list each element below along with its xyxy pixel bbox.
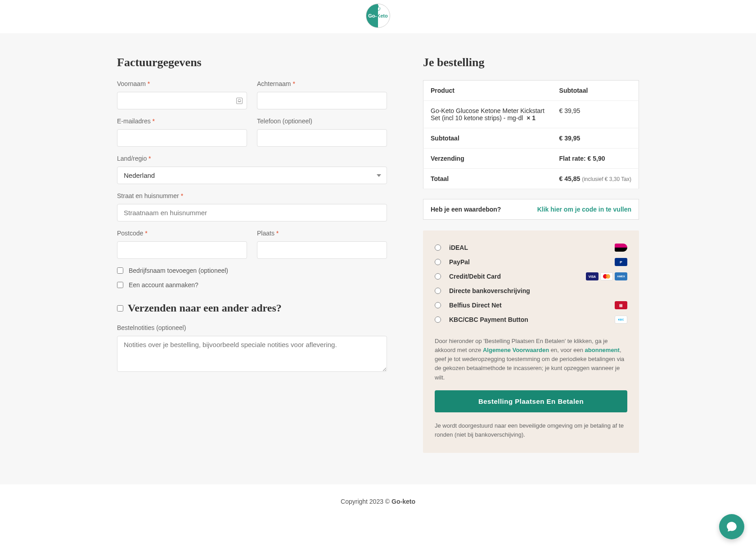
shipping-label: Verzending	[423, 149, 552, 169]
street-label: Straat en huisnummer *	[117, 192, 387, 199]
coupon-question: Heb je een waardebon?	[431, 206, 501, 213]
payment-option-card[interactable]: Credit/Debit Card VISA AMEX	[435, 269, 627, 284]
subtotal-value: € 39,95	[552, 128, 639, 149]
place-order-button[interactable]: Bestelling Plaatsen En Betalen	[435, 390, 627, 412]
payment-option-paypal[interactable]: PayPal P	[435, 255, 627, 269]
payment-option-banktransfer[interactable]: Directe bankoverschrijving	[435, 284, 627, 298]
power-icon	[376, 6, 380, 11]
order-title: Je bestelling	[423, 56, 639, 69]
payment-option-ideal[interactable]: iDEAL	[435, 240, 627, 255]
amex-icon: AMEX	[615, 272, 627, 280]
postcode-input[interactable]	[117, 241, 247, 259]
coupon-link[interactable]: Klik hier om je code in te vullen	[537, 206, 631, 213]
payment-option-belfius[interactable]: Belfius Direct Net ▤	[435, 298, 627, 312]
redirect-note: Je wordt doorgestuurd naar een beveiligd…	[435, 421, 627, 439]
ship-different-heading: Verzenden naar een ander adres?	[128, 302, 282, 314]
radio-kbc[interactable]	[435, 316, 441, 323]
total-value: € 45,85 (inclusief € 3,30 Tax)	[552, 169, 639, 189]
paypal-icon: P	[615, 258, 627, 266]
create-account-label: Een account aanmaken?	[129, 281, 198, 289]
email-input[interactable]	[117, 129, 247, 147]
radio-card[interactable]	[435, 273, 441, 280]
th-subtotal: Subtotaal	[552, 81, 639, 101]
order-item-name: Go-Keto Glucose Ketone Meter Kickstart S…	[423, 101, 552, 128]
belfius-icon: ▤	[615, 301, 627, 309]
payment-option-kbc[interactable]: KBC/CBC Payment Button KBC	[435, 312, 627, 327]
subscription-link[interactable]: abonnement	[585, 347, 620, 353]
order-item-row: Go-Keto Glucose Ketone Meter Kickstart S…	[423, 101, 639, 128]
order-table: Product Subtotaal Go-Keto Glucose Ketone…	[423, 80, 639, 189]
subtotal-label: Subtotaal	[423, 128, 552, 149]
postcode-label: Postcode *	[117, 230, 247, 237]
shipping-value: Flat rate: € 5,90	[552, 149, 639, 169]
first-name-input[interactable]	[117, 92, 247, 109]
billing-section: Factuurgegevens Voornaam * Achternaam * …	[117, 56, 387, 453]
kbc-icon: KBC	[615, 316, 627, 324]
radio-paypal[interactable]	[435, 259, 441, 265]
total-label: Totaal	[423, 169, 552, 189]
order-item-price: € 39,95	[552, 101, 639, 128]
order-summary-section: Je bestelling Product Subtotaal Go-Keto …	[423, 56, 639, 453]
page-header: Go-Keto	[0, 0, 756, 33]
billing-title: Factuurgegevens	[117, 56, 387, 69]
terms-link[interactable]: Algemene Voorwaarden	[483, 347, 549, 353]
radio-ideal[interactable]	[435, 244, 441, 251]
ideal-icon	[615, 244, 627, 252]
first-name-label: Voornaam *	[117, 80, 247, 87]
company-checkbox-label: Bedrijfsnaam toevoegen (optioneel)	[129, 267, 228, 274]
radio-banktransfer[interactable]	[435, 288, 441, 294]
city-input[interactable]	[257, 241, 387, 259]
notes-label: Bestelnotities (optioneel)	[117, 324, 387, 331]
terms-text: Door hieronder op 'Bestelling Plaatsen E…	[435, 337, 627, 382]
country-label: Land/regio *	[117, 155, 387, 162]
brand-logo[interactable]: Go-Keto	[366, 4, 390, 28]
city-label: Plaats *	[257, 230, 387, 237]
phone-label: Telefoon (optioneel)	[257, 117, 387, 125]
company-checkbox[interactable]	[117, 267, 123, 274]
brand-name: Go-Keto	[368, 13, 387, 18]
payment-box: iDEAL PayPal P Credit/Debit Card VISA AM…	[423, 230, 639, 453]
street-input[interactable]	[117, 204, 387, 221]
radio-belfius[interactable]	[435, 302, 441, 308]
page-footer: Copyright 2023 © Go-keto	[0, 484, 756, 519]
visa-icon: VISA	[586, 272, 598, 280]
last-name-input[interactable]	[257, 92, 387, 109]
last-name-label: Achternaam *	[257, 80, 387, 87]
mastercard-icon	[600, 272, 613, 280]
ship-different-checkbox[interactable]	[117, 305, 123, 312]
order-notes-textarea[interactable]	[117, 336, 387, 372]
phone-input[interactable]	[257, 129, 387, 147]
coupon-box: Heb je een waardebon? Klik hier om je co…	[423, 199, 639, 220]
country-select[interactable]: Nederland	[117, 167, 387, 184]
email-label: E-mailadres *	[117, 117, 247, 125]
create-account-checkbox[interactable]	[117, 282, 123, 288]
th-product: Product	[423, 81, 552, 101]
